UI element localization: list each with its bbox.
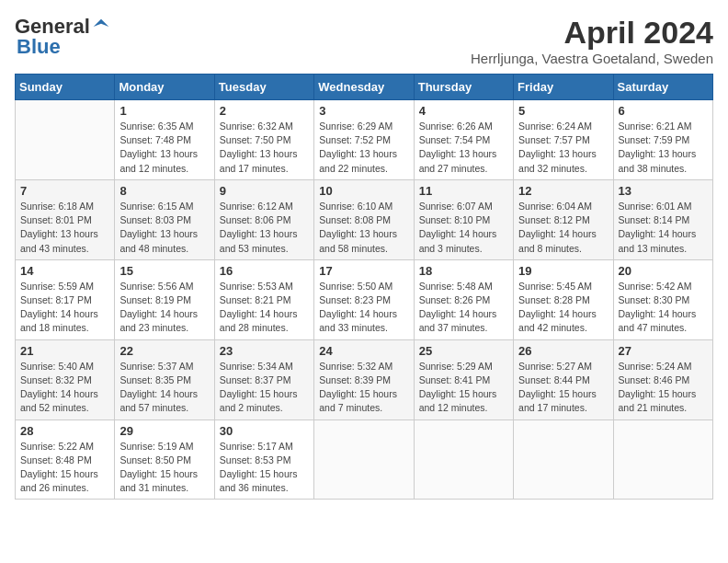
calendar-body: 1Sunrise: 6:35 AM Sunset: 7:48 PM Daylig… (16, 100, 713, 500)
calendar-week-row: 7Sunrise: 6:18 AM Sunset: 8:01 PM Daylig… (16, 179, 713, 259)
calendar-day-header: Sunday (16, 75, 115, 100)
day-info: Sunrise: 6:15 AM Sunset: 8:03 PM Dayligh… (119, 200, 209, 256)
day-info: Sunrise: 5:37 AM Sunset: 8:35 PM Dayligh… (119, 360, 209, 416)
calendar-cell: 19Sunrise: 5:45 AM Sunset: 8:28 PM Dayli… (514, 259, 613, 339)
day-number: 4 (419, 104, 508, 118)
calendar-cell: 13Sunrise: 6:01 AM Sunset: 8:14 PM Dayli… (613, 179, 712, 259)
day-info: Sunrise: 6:07 AM Sunset: 8:10 PM Dayligh… (419, 200, 508, 256)
day-number: 1 (119, 104, 209, 118)
calendar-cell: 11Sunrise: 6:07 AM Sunset: 8:10 PM Dayli… (414, 179, 513, 259)
day-info: Sunrise: 6:12 AM Sunset: 8:06 PM Dayligh… (220, 200, 309, 256)
calendar-week-row: 14Sunrise: 5:59 AM Sunset: 8:17 PM Dayli… (16, 259, 713, 339)
day-number: 3 (319, 104, 408, 118)
calendar-day-header: Tuesday (214, 75, 313, 100)
day-info: Sunrise: 6:01 AM Sunset: 8:14 PM Dayligh… (619, 200, 708, 256)
day-number: 7 (20, 184, 109, 198)
day-info: Sunrise: 5:32 AM Sunset: 8:39 PM Dayligh… (319, 360, 408, 416)
calendar-cell: 3Sunrise: 6:29 AM Sunset: 7:52 PM Daylig… (314, 100, 414, 180)
calendar-cell (16, 100, 115, 180)
calendar-cell: 16Sunrise: 5:53 AM Sunset: 8:21 PM Dayli… (214, 259, 313, 339)
calendar-cell: 21Sunrise: 5:40 AM Sunset: 8:32 PM Dayli… (16, 339, 115, 419)
day-number: 14 (20, 264, 109, 278)
logo-blue-text: Blue (17, 35, 61, 58)
calendar-week-row: 21Sunrise: 5:40 AM Sunset: 8:32 PM Dayli… (16, 339, 713, 419)
calendar-cell: 28Sunrise: 5:22 AM Sunset: 8:48 PM Dayli… (16, 419, 115, 500)
day-number: 29 (119, 424, 209, 438)
day-info: Sunrise: 5:24 AM Sunset: 8:46 PM Dayligh… (619, 360, 708, 416)
calendar-day-header: Monday (115, 75, 214, 100)
calendar-cell: 30Sunrise: 5:17 AM Sunset: 8:53 PM Dayli… (214, 419, 313, 500)
calendar-cell: 7Sunrise: 6:18 AM Sunset: 8:01 PM Daylig… (16, 179, 115, 259)
calendar-day-header: Thursday (414, 75, 513, 100)
day-number: 25 (419, 344, 508, 358)
day-number: 17 (319, 264, 408, 278)
calendar-cell: 29Sunrise: 5:19 AM Sunset: 8:50 PM Dayli… (115, 419, 214, 500)
calendar-cell: 6Sunrise: 6:21 AM Sunset: 7:59 PM Daylig… (613, 100, 712, 180)
day-number: 27 (619, 344, 708, 358)
day-number: 9 (220, 184, 309, 198)
day-number: 21 (20, 344, 109, 358)
calendar-cell: 10Sunrise: 6:10 AM Sunset: 8:08 PM Dayli… (314, 179, 414, 259)
day-info: Sunrise: 6:26 AM Sunset: 7:54 PM Dayligh… (419, 120, 508, 176)
calendar-week-row: 1Sunrise: 6:35 AM Sunset: 7:48 PM Daylig… (16, 100, 713, 180)
calendar-cell: 18Sunrise: 5:48 AM Sunset: 8:26 PM Dayli… (414, 259, 513, 339)
day-number: 24 (319, 344, 408, 358)
calendar-cell: 26Sunrise: 5:27 AM Sunset: 8:44 PM Dayli… (514, 339, 613, 419)
day-info: Sunrise: 5:27 AM Sunset: 8:44 PM Dayligh… (518, 360, 608, 416)
day-info: Sunrise: 5:48 AM Sunset: 8:26 PM Dayligh… (419, 280, 508, 336)
day-info: Sunrise: 5:56 AM Sunset: 8:19 PM Dayligh… (119, 280, 209, 336)
day-number: 20 (619, 264, 708, 278)
calendar-header-row: SundayMondayTuesdayWednesdayThursdayFrid… (16, 75, 713, 100)
day-number: 12 (518, 184, 608, 198)
calendar-cell: 9Sunrise: 6:12 AM Sunset: 8:06 PM Daylig… (214, 179, 313, 259)
day-number: 30 (220, 424, 309, 438)
title-area: April 2024 Herrljunga, Vaestra Goetaland… (471, 15, 713, 66)
day-info: Sunrise: 6:18 AM Sunset: 8:01 PM Dayligh… (20, 200, 109, 256)
day-info: Sunrise: 6:24 AM Sunset: 7:57 PM Dayligh… (518, 120, 608, 176)
calendar-day-header: Friday (514, 75, 613, 100)
day-number: 13 (619, 184, 708, 198)
day-number: 2 (220, 104, 309, 118)
day-info: Sunrise: 5:45 AM Sunset: 8:28 PM Dayligh… (518, 280, 608, 336)
calendar-day-header: Wednesday (314, 75, 414, 100)
calendar-cell: 23Sunrise: 5:34 AM Sunset: 8:37 PM Dayli… (214, 339, 313, 419)
calendar-cell: 24Sunrise: 5:32 AM Sunset: 8:39 PM Dayli… (314, 339, 414, 419)
day-number: 5 (518, 104, 608, 118)
day-info: Sunrise: 5:42 AM Sunset: 8:30 PM Dayligh… (619, 280, 708, 336)
calendar-cell: 4Sunrise: 6:26 AM Sunset: 7:54 PM Daylig… (414, 100, 513, 180)
day-number: 22 (119, 344, 209, 358)
calendar-cell: 15Sunrise: 5:56 AM Sunset: 8:19 PM Dayli… (115, 259, 214, 339)
day-number: 26 (518, 344, 608, 358)
calendar-cell (314, 419, 414, 500)
day-info: Sunrise: 6:10 AM Sunset: 8:08 PM Dayligh… (319, 200, 408, 256)
calendar-cell (514, 419, 613, 500)
calendar-cell: 25Sunrise: 5:29 AM Sunset: 8:41 PM Dayli… (414, 339, 513, 419)
calendar-cell (613, 419, 712, 500)
calendar-cell: 20Sunrise: 5:42 AM Sunset: 8:30 PM Dayli… (613, 259, 712, 339)
day-info: Sunrise: 5:19 AM Sunset: 8:50 PM Dayligh… (119, 440, 209, 496)
day-info: Sunrise: 6:29 AM Sunset: 7:52 PM Dayligh… (319, 120, 408, 176)
calendar-cell: 12Sunrise: 6:04 AM Sunset: 8:12 PM Dayli… (514, 179, 613, 259)
location-title: Herrljunga, Vaestra Goetaland, Sweden (471, 51, 713, 66)
day-number: 28 (20, 424, 109, 438)
calendar-cell: 2Sunrise: 6:32 AM Sunset: 7:50 PM Daylig… (214, 100, 313, 180)
day-info: Sunrise: 6:04 AM Sunset: 8:12 PM Dayligh… (518, 200, 608, 256)
calendar-cell: 8Sunrise: 6:15 AM Sunset: 8:03 PM Daylig… (115, 179, 214, 259)
day-info: Sunrise: 6:32 AM Sunset: 7:50 PM Dayligh… (220, 120, 309, 176)
day-info: Sunrise: 5:53 AM Sunset: 8:21 PM Dayligh… (220, 280, 309, 336)
day-number: 10 (319, 184, 408, 198)
day-info: Sunrise: 5:17 AM Sunset: 8:53 PM Dayligh… (220, 440, 309, 496)
calendar-cell: 5Sunrise: 6:24 AM Sunset: 7:57 PM Daylig… (514, 100, 613, 180)
day-number: 15 (119, 264, 209, 278)
day-info: Sunrise: 5:40 AM Sunset: 8:32 PM Dayligh… (20, 360, 109, 416)
day-number: 23 (220, 344, 309, 358)
day-number: 8 (119, 184, 209, 198)
calendar-cell: 27Sunrise: 5:24 AM Sunset: 8:46 PM Dayli… (613, 339, 712, 419)
calendar-cell: 22Sunrise: 5:37 AM Sunset: 8:35 PM Dayli… (115, 339, 214, 419)
day-info: Sunrise: 6:35 AM Sunset: 7:48 PM Dayligh… (119, 120, 209, 176)
day-info: Sunrise: 5:59 AM Sunset: 8:17 PM Dayligh… (20, 280, 109, 336)
logo-icon (92, 17, 110, 36)
calendar-cell: 1Sunrise: 6:35 AM Sunset: 7:48 PM Daylig… (115, 100, 214, 180)
day-info: Sunrise: 5:34 AM Sunset: 8:37 PM Dayligh… (220, 360, 309, 416)
logo: General Blue (15, 15, 110, 59)
